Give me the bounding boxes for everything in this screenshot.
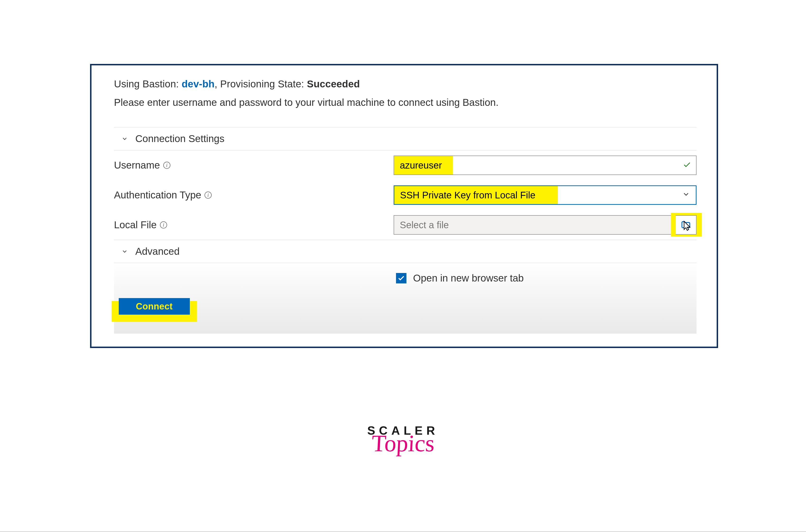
bastion-mid: , Provisioning State:	[215, 78, 307, 90]
folder-icon	[681, 220, 691, 231]
local-file-row: Local File i Select a file	[114, 210, 697, 240]
bastion-name: dev-bh	[182, 78, 215, 90]
username-row: Username i	[114, 150, 697, 180]
file-field-wrap: Select a file	[393, 215, 697, 235]
info-icon[interactable]: i	[204, 192, 212, 198]
auth-field-wrap: SSH Private Key from Local File	[393, 185, 697, 205]
instruction-text: Please enter username and password to yo…	[114, 97, 697, 108]
new-tab-row: Open in new browser tab	[396, 272, 697, 284]
connect-label: Connect	[136, 301, 173, 311]
new-tab-checkbox[interactable]	[396, 273, 406, 283]
chevron-down-icon	[121, 135, 128, 142]
connect-button[interactable]: Connect	[119, 298, 190, 315]
bastion-status-line: Using Bastion: dev-bh, Provisioning Stat…	[114, 78, 697, 90]
new-tab-label: Open in new browser tab	[413, 272, 524, 284]
browse-file-button[interactable]	[676, 215, 697, 235]
brand-logo: SCALER Topics	[367, 424, 439, 454]
connection-settings-label: Connection Settings	[135, 133, 224, 145]
username-input[interactable]	[393, 155, 697, 175]
info-icon[interactable]: i	[163, 162, 170, 169]
username-field-wrap	[393, 155, 697, 175]
file-label-wrap: Local File i	[114, 219, 393, 231]
advanced-header[interactable]: Advanced	[114, 240, 697, 263]
auth-type-row: Authentication Type i SSH Private Key fr…	[114, 180, 697, 210]
file-path-display[interactable]: Select a file	[393, 215, 676, 235]
connection-settings-header[interactable]: Connection Settings	[114, 127, 697, 150]
brand-bottom: Topics	[367, 433, 439, 454]
provisioning-state: Succeeded	[307, 78, 360, 90]
advanced-label: Advanced	[135, 246, 180, 257]
auth-label-wrap: Authentication Type i	[114, 189, 393, 201]
auth-type-select[interactable]: SSH Private Key from Local File	[393, 185, 697, 205]
local-file-label: Local File	[114, 219, 157, 231]
footer-zone: Open in new browser tab Connect	[114, 263, 697, 334]
auth-type-label: Authentication Type	[114, 189, 201, 201]
connect-area: Connect	[119, 298, 697, 319]
info-icon[interactable]: i	[160, 221, 167, 228]
bastion-connect-panel: Using Bastion: dev-bh, Provisioning Stat…	[90, 64, 718, 348]
username-label-wrap: Username i	[114, 159, 393, 171]
chevron-down-icon	[682, 190, 690, 201]
panel-inner: Using Bastion: dev-bh, Provisioning Stat…	[91, 65, 717, 347]
username-label: Username	[114, 159, 160, 171]
file-placeholder: Select a file	[400, 220, 449, 230]
chevron-down-icon	[121, 248, 128, 255]
auth-type-value: SSH Private Key from Local File	[400, 190, 535, 201]
page-stage: Using Bastion: dev-bh, Provisioning Stat…	[0, 0, 806, 532]
bastion-prefix: Using Bastion:	[114, 78, 182, 90]
